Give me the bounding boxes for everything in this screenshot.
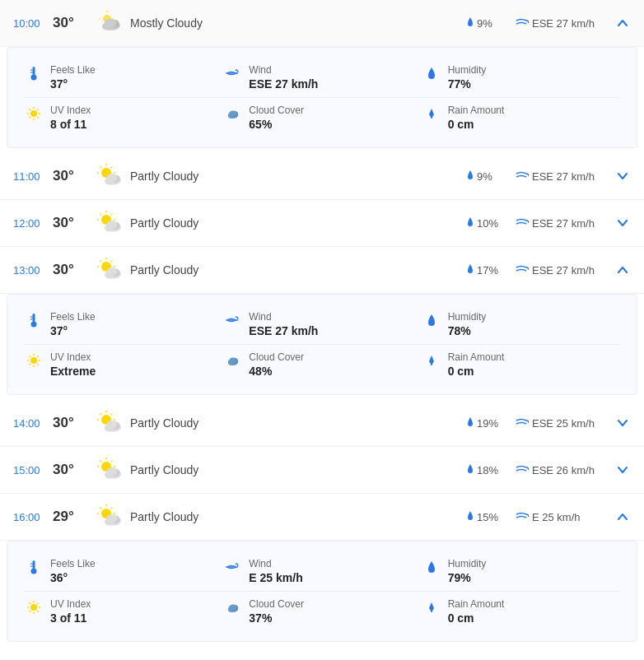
wind-detail-icon (222, 313, 242, 332)
svg-line-114 (111, 508, 113, 509)
svg-point-14 (30, 110, 37, 117)
temperature: 30° (53, 462, 96, 478)
svg-line-112 (100, 508, 102, 509)
wind-icon (516, 510, 529, 523)
hour-row[interactable]: 16:00 29° Partly Cloudy 15% (0, 494, 644, 541)
chevron-icon (614, 464, 631, 476)
rain-icon (422, 106, 441, 125)
weather-icon (96, 502, 125, 532)
feels-like-content: Feels Like 36° (50, 558, 96, 584)
svg-line-100 (100, 461, 102, 462)
hour-row[interactable]: 13:00 30° Partly Cloudy 17% (0, 247, 644, 294)
wind-detail-icon (222, 560, 242, 579)
feels-like-value: 37° (50, 324, 96, 337)
rain-amount-value: 0 cm (448, 611, 505, 625)
hour-row[interactable]: 15:00 30° Partly Cloudy 18% (0, 447, 644, 494)
rain-amount-item: Rain Amount 0 cm (422, 598, 620, 625)
wind-item: Wind ESE 27 km/h (222, 64, 421, 91)
humidity-value: 78% (448, 324, 487, 337)
rain-amount-value: 0 cm (448, 365, 505, 378)
humidity-content: Humidity 79% (448, 558, 487, 584)
svg-point-124 (30, 604, 37, 611)
wind-label: ESE 27 km/h (516, 216, 614, 230)
weather-icon (96, 208, 125, 238)
wind-icon (516, 463, 529, 476)
temperature: 29° (53, 509, 96, 525)
rain-amount-label: Rain Amount (448, 105, 505, 116)
wind-item: Wind ESE 27 km/h (222, 311, 421, 337)
cloud-cover-icon (222, 353, 242, 372)
uv-value: Extreme (50, 365, 96, 378)
humidity-value: 79% (448, 571, 487, 584)
precip-icon (466, 416, 474, 430)
condition-label: Partly Cloudy (130, 263, 466, 277)
chevron-icon (614, 17, 631, 29)
feels-like-content: Feels Like 37° (50, 311, 96, 337)
uv-content: UV Index 3 of 11 (50, 598, 91, 625)
uv-label: UV Index (50, 351, 96, 363)
precip-icon (466, 216, 474, 230)
humidity-icon (422, 560, 441, 579)
hour-row[interactable]: 14:00 30° Partly Cloudy 19% (0, 400, 644, 447)
uv-item: UV Index Extreme (24, 351, 222, 378)
time-label: 16:00 (13, 511, 53, 523)
detail-panel: Feels Like 37° Wind ESE 27 km/h (7, 47, 637, 148)
precipitation: 10% (466, 216, 516, 230)
detail-row-bottom: UV Index 8 of 11 Cloud Cover 65% (24, 97, 620, 137)
humidity-item: Humidity 78% (422, 311, 620, 337)
svg-point-10 (31, 75, 37, 81)
cloud-cover-label: Cloud Cover (249, 105, 304, 116)
uv-value: 8 of 11 (50, 118, 91, 131)
wind-label: ESE 26 km/h (516, 463, 614, 476)
feels-like-item: Feels Like 36° (24, 558, 222, 584)
precipitation: 9% (466, 170, 516, 184)
weather-icon (96, 255, 125, 285)
condition-label: Mostly Cloudy (130, 16, 466, 30)
time-label: 13:00 (13, 264, 53, 277)
precipitation: 17% (466, 263, 516, 277)
cloud-cover-value: 48% (249, 365, 304, 378)
thermometer-icon (24, 313, 44, 332)
svg-line-59 (111, 261, 113, 263)
svg-rect-64 (33, 314, 35, 322)
time-label: 10:00 (13, 17, 53, 30)
detail-panel: Feels Like 37° Wind ESE 27 km/h (7, 294, 637, 395)
humidity-item: Humidity 77% (422, 64, 620, 91)
svg-point-81 (230, 358, 237, 364)
precipitation: 18% (466, 463, 516, 477)
svg-point-136 (230, 605, 237, 611)
uv-item: UV Index 8 of 11 (24, 105, 222, 131)
rain-amount-value: 0 cm (448, 118, 505, 131)
hour-row[interactable]: 12:00 30° Partly Cloudy 10% (0, 200, 644, 247)
humidity-label: Humidity (448, 558, 487, 569)
wind-label: ESE 25 km/h (516, 416, 614, 430)
feels-like-value: 36° (50, 571, 96, 584)
svg-line-45 (100, 214, 102, 216)
hour-row[interactable]: 11:00 30° Partly Cloudy 9% (0, 153, 644, 200)
svg-line-77 (30, 364, 31, 365)
svg-point-39 (107, 174, 118, 182)
condition-label: Partly Cloudy (130, 510, 466, 523)
uv-content: UV Index Extreme (50, 351, 96, 378)
wind-label: E 25 km/h (516, 510, 614, 523)
wind-content: Wind E 25 km/h (249, 558, 302, 584)
wind-icon (516, 16, 529, 30)
uv-icon (24, 106, 44, 125)
precip-icon (466, 263, 474, 277)
feels-like-item: Feels Like 37° (24, 64, 222, 91)
time-label: 15:00 (13, 464, 53, 476)
hour-row[interactable]: 10:00 30° Mostly Cloudy 9% (0, 0, 644, 47)
cloud-cover-icon (222, 600, 242, 619)
uv-content: UV Index 8 of 11 (50, 105, 91, 131)
wind-icon (516, 216, 529, 230)
detail-row-bottom: UV Index Extreme Cloud Cover 48% (24, 344, 620, 384)
temperature: 30° (53, 215, 96, 231)
humidity-icon (422, 313, 441, 332)
precipitation: 19% (466, 416, 516, 430)
chevron-icon (614, 511, 631, 523)
precip-icon (466, 463, 474, 477)
svg-line-88 (100, 414, 102, 416)
humidity-content: Humidity 77% (448, 64, 487, 91)
thermometer-icon (24, 66, 44, 85)
cloud-cover-value: 65% (249, 118, 304, 131)
